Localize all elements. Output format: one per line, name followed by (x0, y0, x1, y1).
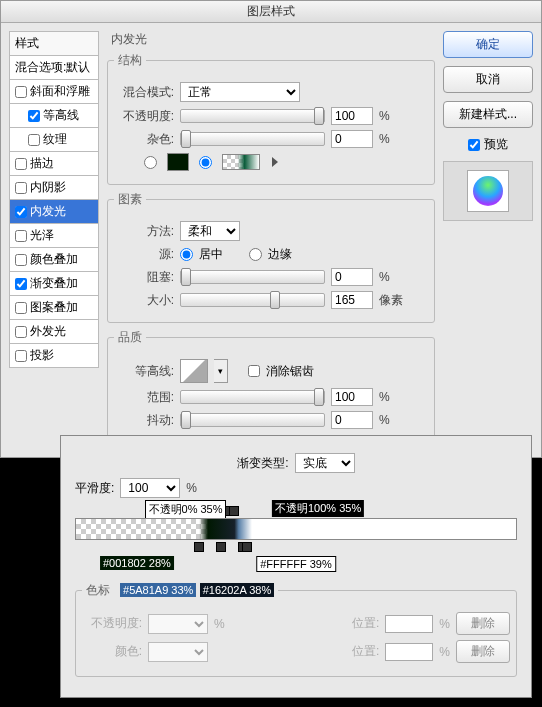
sidebar-item-label: 颜色叠加 (30, 251, 78, 268)
satin-checkbox[interactable] (15, 230, 27, 242)
color-stop-marker-3[interactable] (242, 542, 252, 552)
contour-dropdown-icon[interactable]: ▾ (214, 359, 228, 383)
color-stop-label-0[interactable]: #001802 28% (100, 556, 174, 570)
size-slider[interactable] (180, 293, 325, 307)
sidebar-item-stroke[interactable]: 描边 (9, 152, 99, 176)
sidebar-item-label: 投影 (30, 347, 54, 364)
contour-checkbox[interactable] (28, 110, 40, 122)
stop-position-label-2: 位置: (319, 643, 379, 660)
color-stop-label-3[interactable]: #FFFFFF 39% (256, 556, 336, 572)
grad-type-select[interactable]: 实底 (295, 453, 355, 473)
opacity-stop-label-0[interactable]: 不透明0% 35% (145, 500, 227, 519)
source-center-radio[interactable] (180, 248, 193, 261)
patternoverlay-checkbox[interactable] (15, 302, 27, 314)
sidebar-item-label: 内阴影 (30, 179, 66, 196)
opacity-stop-label-1[interactable]: 不透明100% 35% (272, 500, 364, 517)
color-stops-track[interactable] (75, 542, 517, 554)
range-unit: % (379, 390, 390, 404)
smoothness-unit: % (186, 481, 197, 495)
color-stop-label-1[interactable]: #5A81A9 33% (120, 583, 196, 597)
opacity-stops-track[interactable]: 不透明0% 35% 不透明100% 35% (75, 504, 517, 516)
sidebar-item-texture[interactable]: 纹理 (9, 128, 99, 152)
texture-checkbox[interactable] (28, 134, 40, 146)
preview-label: 预览 (484, 136, 508, 153)
glow-color-radio[interactable] (144, 156, 157, 169)
color-stop-marker-1[interactable] (216, 542, 226, 552)
blend-mode-select[interactable]: 正常 (180, 82, 300, 102)
sidebar-item-bevel[interactable]: 斜面和浮雕 (9, 80, 99, 104)
grad-type-label: 渐变类型: (237, 455, 288, 472)
ok-button[interactable]: 确定 (443, 31, 533, 58)
size-label: 大小: (114, 292, 174, 309)
sidebar-item-coloroverlay[interactable]: 颜色叠加 (9, 248, 99, 272)
contour-picker[interactable] (180, 359, 208, 383)
gradient-bar[interactable] (75, 518, 517, 540)
jitter-unit: % (379, 413, 390, 427)
color-stop-marker-0[interactable] (194, 542, 204, 552)
section-title: 内发光 (111, 31, 435, 48)
sidebar-item-label: 斜面和浮雕 (30, 83, 90, 100)
delete-opacity-stop-button: 删除 (456, 612, 510, 635)
dropshadow-checkbox[interactable] (15, 350, 27, 362)
antialias-checkbox[interactable] (248, 365, 260, 377)
size-input[interactable] (331, 291, 373, 309)
sidebar-item-outerglow[interactable]: 外发光 (9, 320, 99, 344)
technique-select[interactable]: 柔和 (180, 221, 240, 241)
preview-swatch-wrap (443, 161, 533, 221)
choke-slider[interactable] (180, 270, 325, 284)
stop-position-input-1 (385, 615, 433, 633)
glow-color-swatch[interactable] (167, 153, 189, 171)
glow-gradient-swatch[interactable] (222, 154, 260, 170)
stroke-checkbox[interactable] (15, 158, 27, 170)
range-slider[interactable] (180, 390, 325, 404)
gradoverlay-checkbox[interactable] (15, 278, 27, 290)
stops-fieldset: 色标 #5A81A9 33% #16202A 38% 不透明度: % 位置: %… (75, 582, 517, 677)
noise-label: 杂色: (114, 131, 174, 148)
sidebar-item-satin[interactable]: 光泽 (9, 224, 99, 248)
sidebar-item-label: 外发光 (30, 323, 66, 340)
noise-input[interactable] (331, 130, 373, 148)
innershadow-checkbox[interactable] (15, 182, 27, 194)
stop-opacity-label: 不透明度: (82, 615, 142, 632)
gradient-dropdown-icon[interactable] (272, 157, 278, 167)
stop-position-unit-2: % (439, 645, 450, 659)
coloroverlay-checkbox[interactable] (15, 254, 27, 266)
contour-label: 等高线: (114, 363, 174, 380)
sidebar-item-contour[interactable]: 等高线 (9, 104, 99, 128)
sidebar-item-dropshadow[interactable]: 投影 (9, 344, 99, 368)
innerglow-checkbox[interactable] (15, 206, 27, 218)
sidebar-item-label: 描边 (30, 155, 54, 172)
range-input[interactable] (331, 388, 373, 406)
jitter-input[interactable] (331, 411, 373, 429)
sidebar-header-styles[interactable]: 样式 (9, 31, 99, 56)
smoothness-select[interactable]: 100 (120, 478, 180, 498)
gradient-bar-wrap: 不透明0% 35% 不透明100% 35% #001802 28% #FFFFF… (75, 504, 517, 572)
jitter-slider[interactable] (180, 413, 325, 427)
stop-position-unit-1: % (439, 617, 450, 631)
sidebar-item-innerglow[interactable]: 内发光 (9, 200, 99, 224)
stop-opacity-unit: % (214, 617, 225, 631)
structure-legend: 结构 (114, 52, 146, 69)
bevel-checkbox[interactable] (15, 86, 27, 98)
main-content: 样式 混合选项:默认 斜面和浮雕 等高线 纹理 描边 内阴影 (1, 23, 541, 457)
glow-gradient-radio[interactable] (199, 156, 212, 169)
source-edge-radio[interactable] (249, 248, 262, 261)
sidebar-item-patternoverlay[interactable]: 图案叠加 (9, 296, 99, 320)
outerglow-checkbox[interactable] (15, 326, 27, 338)
quality-legend: 品质 (114, 329, 146, 346)
opacity-slider[interactable] (180, 109, 325, 123)
opacity-input[interactable] (331, 107, 373, 125)
sidebar-blend-options[interactable]: 混合选项:默认 (9, 56, 99, 80)
opacity-stop-marker-1[interactable] (229, 506, 239, 516)
preview-checkbox[interactable] (468, 139, 480, 151)
sidebar-item-gradoverlay[interactable]: 渐变叠加 (9, 272, 99, 296)
cancel-button[interactable]: 取消 (443, 66, 533, 93)
sidebar-item-innershadow[interactable]: 内阴影 (9, 176, 99, 200)
choke-unit: % (379, 270, 390, 284)
color-stop-label-2[interactable]: #16202A 38% (200, 583, 275, 597)
stop-position-input-2 (385, 643, 433, 661)
color-stop-labels-row1: #001802 28% #FFFFFF 39% (75, 556, 517, 572)
new-style-button[interactable]: 新建样式... (443, 101, 533, 128)
noise-slider[interactable] (180, 132, 325, 146)
choke-input[interactable] (331, 268, 373, 286)
